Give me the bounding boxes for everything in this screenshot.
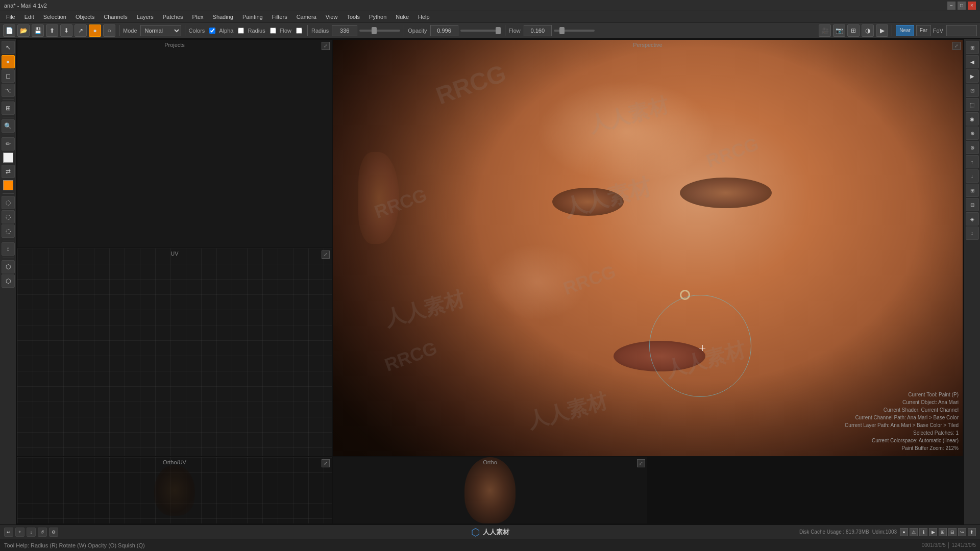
right-btn-2[interactable]: ◀ <box>966 55 979 68</box>
radius-slider[interactable] <box>359 30 400 32</box>
color-orange-swatch[interactable] <box>3 180 13 190</box>
perspective-expand-btn[interactable]: ⤢ <box>952 42 961 50</box>
near-button[interactable]: Near <box>896 25 914 36</box>
grid-tool[interactable]: ⊞ <box>2 102 15 115</box>
right-btn-10[interactable]: ↓ <box>966 169 979 183</box>
patch-select-tool[interactable]: ⬡ <box>2 260 15 273</box>
render-icon-btn[interactable]: 🎥 <box>819 24 831 37</box>
paint-tool[interactable]: ● <box>2 55 15 68</box>
menu-painting[interactable]: Painting <box>238 13 267 21</box>
right-btn-14[interactable]: ↕ <box>966 227 979 240</box>
viewport-projects[interactable]: Projects ⤢ <box>17 40 332 247</box>
right-btn-11[interactable]: ⊞ <box>966 184 979 197</box>
zoom-tool[interactable]: 🔍 <box>2 119 15 133</box>
clone-tool[interactable]: ⌥ <box>2 84 15 97</box>
select-tool[interactable]: ↖ <box>2 41 15 54</box>
tool-export[interactable]: ⬇ <box>60 24 72 37</box>
menu-file[interactable]: File <box>2 13 19 21</box>
smear-tool[interactable]: ◌ <box>2 196 15 209</box>
menu-help[interactable]: Help <box>414 13 434 21</box>
flow-input[interactable] <box>524 25 552 36</box>
status-icon-6[interactable]: ⊟ <box>948 528 957 536</box>
brush-tool[interactable]: ✏ <box>2 137 15 151</box>
patch-tool-2[interactable]: ⬡ <box>2 274 15 288</box>
menu-selection[interactable]: Selection <box>39 13 70 21</box>
reset-btn[interactable]: ↺ <box>38 528 47 537</box>
maximize-button[interactable]: □ <box>958 2 966 10</box>
viewport-orthouv[interactable]: Ortho/UV ⤢ <box>17 457 332 523</box>
opacity-input[interactable] <box>430 25 458 36</box>
status-icon-5[interactable]: ⊞ <box>939 528 947 536</box>
menu-nuke[interactable]: Nuke <box>391 13 413 21</box>
color-white-swatch[interactable] <box>3 153 13 163</box>
flow-checkbox[interactable] <box>296 28 302 34</box>
menu-patches[interactable]: Patches <box>159 13 187 21</box>
menu-objects[interactable]: Objects <box>71 13 99 21</box>
menu-edit[interactable]: Edit <box>20 13 38 21</box>
down-btn[interactable]: ↓ <box>27 528 36 537</box>
flow-slider[interactable] <box>554 30 595 32</box>
close-button[interactable]: × <box>968 2 976 10</box>
uv-expand-btn[interactable]: ⤢ <box>322 251 330 259</box>
menu-shading[interactable]: Shading <box>209 13 237 21</box>
menu-layers[interactable]: Layers <box>133 13 158 21</box>
menu-ptex[interactable]: Ptex <box>188 13 208 21</box>
right-btn-4[interactable]: ⊡ <box>966 84 979 97</box>
adjust-tool[interactable]: ↕ <box>2 242 15 256</box>
radius-value-input[interactable]: 336 <box>332 25 357 36</box>
menu-view[interactable]: View <box>322 13 342 21</box>
tool-paint-active[interactable]: ● <box>89 24 101 37</box>
colors-checkbox[interactable] <box>209 28 215 34</box>
play-btn[interactable]: ▶ <box>876 24 888 37</box>
mode-dropdown[interactable]: Normal Multiply Screen Overlay <box>140 25 181 36</box>
menu-filters[interactable]: Filters <box>268 13 291 21</box>
tool-paint2[interactable]: ○ <box>103 24 115 37</box>
status-icon-3[interactable]: ℹ <box>919 528 927 536</box>
tool-import[interactable]: ⬆ <box>46 24 58 37</box>
fov-input[interactable] <box>946 25 977 36</box>
menu-channels[interactable]: Channels <box>100 13 131 21</box>
menu-python[interactable]: Python <box>365 13 390 21</box>
right-btn-6[interactable]: ◉ <box>966 112 979 126</box>
snapshot-btn[interactable]: 📷 <box>833 24 845 37</box>
minimize-button[interactable]: − <box>947 2 955 10</box>
status-icon-4[interactable]: ▶ <box>929 528 937 536</box>
tool-new[interactable]: 📄 <box>3 24 15 37</box>
undo-btn[interactable]: ↩ <box>4 528 13 537</box>
right-btn-9[interactable]: ↑ <box>966 155 979 168</box>
status-icon-2[interactable]: ⚠ <box>910 528 918 536</box>
viewport-ortho[interactable]: Ortho ⤢ <box>333 457 647 523</box>
radius-checkbox[interactable] <box>270 28 276 34</box>
smooth-tool[interactable]: ◌ <box>2 210 15 223</box>
settings-btn[interactable]: ⚙ <box>49 528 58 537</box>
right-btn-5[interactable]: ⬚ <box>966 98 979 111</box>
viewport-uv[interactable]: UV ⤢ <box>17 248 332 456</box>
ortho-expand-btn[interactable]: ⤢ <box>637 459 645 467</box>
status-icon-8[interactable]: ⬆ <box>968 528 976 536</box>
shading-btn[interactable]: ◑ <box>862 24 874 37</box>
far-button[interactable]: Far <box>916 25 931 36</box>
grid-btn[interactable]: ⊞ <box>847 24 860 37</box>
add-btn[interactable]: + <box>15 528 24 537</box>
tool-share[interactable]: ↗ <box>75 24 87 37</box>
status-icon-1[interactable]: ● <box>900 528 908 536</box>
menu-camera[interactable]: Camera <box>292 13 321 21</box>
tool-open[interactable]: 📂 <box>17 24 30 37</box>
alpha-checkbox[interactable] <box>238 28 244 34</box>
flatten-tool[interactable]: ◌ <box>2 224 15 238</box>
status-icon-7[interactable]: ↪ <box>958 528 966 536</box>
menu-tools[interactable]: Tools <box>342 13 364 21</box>
right-btn-3[interactable]: ▶ <box>966 69 979 83</box>
projects-expand-btn[interactable]: ⤢ <box>322 42 330 50</box>
viewport-perspective[interactable]: RRCG 人人素材 RRCG 人人素材 RRCG 人人素材 RRCG 人人素材 … <box>333 40 963 456</box>
color-swap[interactable]: ⇄ <box>2 165 15 178</box>
opacity-slider[interactable] <box>460 30 501 32</box>
right-btn-7[interactable]: ⊕ <box>966 127 979 140</box>
right-btn-1[interactable]: ⊞ <box>966 41 979 54</box>
right-btn-12[interactable]: ⊟ <box>966 198 979 211</box>
erase-tool[interactable]: ◻ <box>2 69 15 83</box>
right-btn-13[interactable]: ◈ <box>966 212 979 226</box>
tool-save[interactable]: 💾 <box>32 24 44 37</box>
orthouv-expand-btn[interactable]: ⤢ <box>322 459 330 467</box>
right-btn-8[interactable]: ⊗ <box>966 141 979 154</box>
